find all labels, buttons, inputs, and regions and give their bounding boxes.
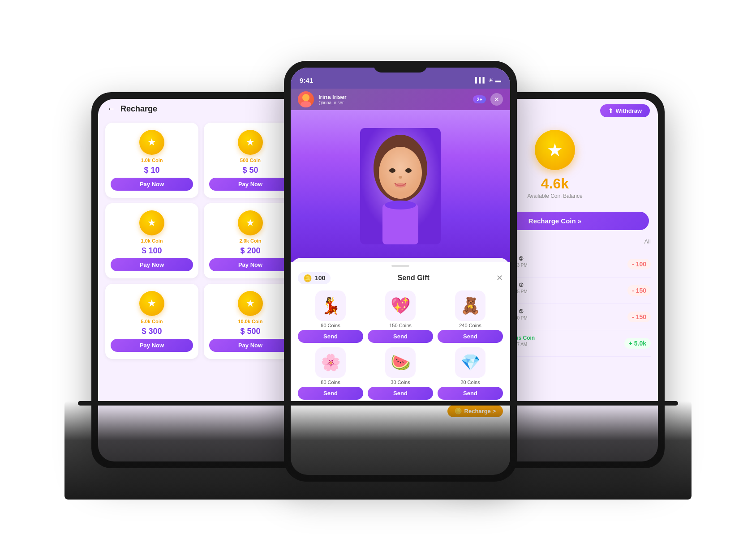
pay-btn-2[interactable]: Pay Now <box>209 178 292 191</box>
big-coin-icon <box>535 130 575 170</box>
gift-emoji-5: 🍉 <box>385 347 416 378</box>
history-amount-1: - 100 <box>627 259 651 269</box>
gift-item-6: 💎 20 Coins Send <box>438 347 503 400</box>
gift-emoji-3: 🧸 <box>455 290 485 321</box>
status-time: 9:41 <box>300 77 313 84</box>
withdraw-label: Withdraw <box>616 107 642 114</box>
svg-point-8 <box>395 183 406 188</box>
svg-rect-9 <box>382 204 418 244</box>
pay-btn-6[interactable]: Pay Now <box>209 339 292 352</box>
svg-point-4 <box>379 147 422 199</box>
gift-emoji-1: 💃 <box>315 290 346 321</box>
coin-icon-5 <box>139 291 164 316</box>
battery-icon: ▬ <box>495 77 501 84</box>
panel-title: Send Gift <box>398 274 430 282</box>
coin-price-1: $ 10 <box>144 166 159 175</box>
send-btn-2[interactable]: Send <box>368 330 433 343</box>
coin-dot-icon: 🪙 <box>303 274 312 282</box>
send-btn-1[interactable]: Send <box>298 330 363 343</box>
coin-icon-4 <box>238 210 263 235</box>
svg-point-6 <box>405 168 412 173</box>
coin-label-4: 2.0k Coin <box>240 238 262 243</box>
svg-point-7 <box>399 176 402 179</box>
gift-coins-1: 90 Coins <box>321 323 340 328</box>
gift-coins-4: 80 Coins <box>321 380 340 385</box>
send-btn-3[interactable]: Send <box>438 330 503 343</box>
coin-label-1: 1.0k Coin <box>141 158 163 163</box>
close-panel-button[interactable]: ✕ <box>496 273 503 283</box>
back-arrow-icon[interactable]: ← <box>107 104 115 114</box>
balance-label: Available Coin Balance <box>527 193 582 199</box>
coin-price-5: $ 300 <box>142 327 162 336</box>
gift-coins-3: 240 Coins <box>459 323 481 328</box>
withdraw-icon: ⬆ <box>608 107 613 114</box>
gift-coins-2: 150 Coins <box>389 323 412 328</box>
svg-point-5 <box>389 168 395 173</box>
coin-price-3: $ 100 <box>142 246 162 256</box>
gift-item-5: 🍉 30 Coins Send <box>368 347 433 400</box>
send-btn-5[interactable]: Send <box>368 387 433 400</box>
gift-item-4: 🌸 80 Coins Send <box>298 347 363 400</box>
notch <box>374 61 427 73</box>
status-icons: ▌▌▌ ☀ ▬ <box>475 77 501 84</box>
wifi-icon: ☀ <box>488 77 494 84</box>
recharge-title: Recharge <box>120 104 157 114</box>
coin-icon-3 <box>139 210 164 235</box>
recharge-card-3: 1.0k Coin $ 100 Pay Now <box>105 203 198 278</box>
gift-emoji-2: 💖 <box>385 290 416 321</box>
recharge-card-1: 1.0k Coin $ 10 Pay Now <box>105 123 198 198</box>
coin-price-6: $ 500 <box>240 327 260 336</box>
svg-point-10 <box>385 201 416 209</box>
avatar <box>298 91 314 107</box>
reflection-strip <box>64 401 692 500</box>
gift-emoji-4: 🌸 <box>315 347 346 378</box>
streamer-name: Irina Iriser <box>318 94 473 100</box>
recharge-card-6: 10.0k Coin $ 500 Pay Now <box>204 284 297 359</box>
close-stream-button[interactable]: ✕ <box>490 93 503 106</box>
history-amount-3: - 150 <box>627 312 651 322</box>
streamer-info: Irina Iriser @irina_iriser <box>318 94 473 105</box>
gift-grid: 💃 90 Coins Send 💖 150 Coins Send 🧸 240 C… <box>298 290 503 400</box>
coin-label-2: 500 Coin <box>240 158 261 163</box>
level-badge: 2+ <box>473 95 486 103</box>
coin-label-5: 5.0k Coin <box>141 319 163 324</box>
history-amount-2: - 150 <box>627 285 651 296</box>
signal-icon: ▌▌▌ <box>475 77 486 83</box>
coin-label-6: 10.0k Coin <box>238 319 262 324</box>
history-amount-4: + 5.0k <box>624 338 651 349</box>
recharge-card-2: 500 Coin $ 50 Pay Now <box>204 123 297 198</box>
coin-icon-1 <box>139 130 164 155</box>
coin-label-3: 1.0k Coin <box>141 238 163 243</box>
history-filter-dropdown[interactable]: All <box>644 238 651 245</box>
recharge-header: ← Recharge <box>98 99 304 117</box>
send-btn-4[interactable]: Send <box>298 387 363 400</box>
gift-coins-6: 20 Coins <box>460 380 480 385</box>
pay-btn-4[interactable]: Pay Now <box>209 258 292 271</box>
gift-item-1: 💃 90 Coins Send <box>298 290 363 343</box>
pay-btn-3[interactable]: Pay Now <box>111 258 193 271</box>
streamer-handle: @irina_iriser <box>318 100 473 105</box>
svg-point-1 <box>301 101 311 107</box>
recharge-card-5: 5.0k Coin $ 300 Pay Now <box>105 284 198 359</box>
gift-coins-5: 30 Coins <box>391 380 410 385</box>
streamer-face-svg <box>360 128 441 244</box>
gift-item-3: 🧸 240 Coins Send <box>438 290 503 343</box>
gift-item-2: 💖 150 Coins Send <box>368 290 433 343</box>
stream-view <box>291 110 510 262</box>
coin-icon-2 <box>238 130 263 155</box>
svg-point-0 <box>302 94 309 101</box>
panel-handle <box>391 265 409 267</box>
gift-emoji-6: 💎 <box>455 347 485 378</box>
coin-icon-6 <box>238 291 263 316</box>
withdraw-button[interactable]: ⬆ Withdraw <box>600 104 650 117</box>
send-btn-6[interactable]: Send <box>438 387 503 400</box>
coin-price-2: $ 50 <box>242 166 258 175</box>
recharge-card-4: 2.0k Coin $ 200 Pay Now <box>204 203 297 278</box>
coin-price-4: $ 200 <box>240 246 260 256</box>
coin-count-badge: 🪙 100 <box>298 272 331 284</box>
balance-number: 4.6k <box>541 175 569 192</box>
pay-btn-5[interactable]: Pay Now <box>111 339 193 352</box>
pay-btn-1[interactable]: Pay Now <box>111 178 193 191</box>
recharge-grid: 1.0k Coin $ 10 Pay Now 500 Coin $ 50 Pay… <box>98 117 304 364</box>
coin-count-value: 100 <box>315 274 325 282</box>
